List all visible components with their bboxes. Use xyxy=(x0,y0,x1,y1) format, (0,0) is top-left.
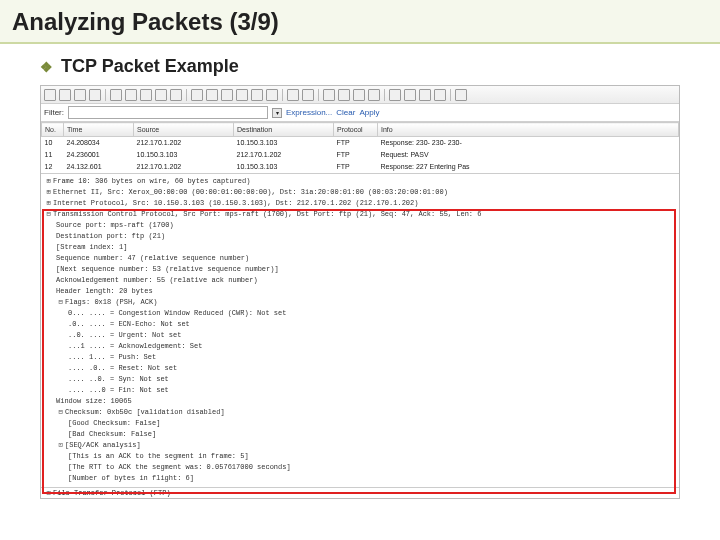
checksum-bad[interactable]: [Bad Checksum: False] xyxy=(44,429,676,440)
tcp-dst-port[interactable]: Destination port: ftp (21) xyxy=(44,231,676,242)
table-row[interactable]: 11 24.236001 10.150.3.103 212.170.1.202 … xyxy=(42,149,679,161)
apply-button[interactable]: Apply xyxy=(359,108,379,117)
table-row[interactable]: 12 24.132.601 212.170.1.202 10.150.3.103… xyxy=(42,161,679,173)
cell-no: 12 xyxy=(42,161,64,173)
tb-sep xyxy=(282,89,283,101)
toolbar xyxy=(41,86,679,104)
tb-help-icon[interactable] xyxy=(455,89,467,101)
expand-icon[interactable]: ⊞ xyxy=(44,187,53,198)
tb-open-icon[interactable] xyxy=(110,89,122,101)
table-row[interactable]: 10 24.208034 212.170.1.202 10.150.3.103 … xyxy=(42,137,679,149)
tb-resize-icon[interactable] xyxy=(368,89,380,101)
seq-ack-node[interactable]: ⊡[SEQ/ACK analysis] xyxy=(44,440,676,451)
seqack-summary-text: [SEQ/ACK analysis] xyxy=(65,441,141,449)
tcp-checksum-node[interactable]: ⊟Checksum: 0xb50c [validation disabled] xyxy=(44,407,676,418)
eth-text: Ethernet II, Src: Xerox_00:00:00 (00:00:… xyxy=(53,188,448,196)
tb-autoscroll-icon[interactable] xyxy=(302,89,314,101)
tb-prefs-icon[interactable] xyxy=(434,89,446,101)
tcp-hdr-len[interactable]: Header length: 20 bytes xyxy=(44,286,676,297)
packet-list-table[interactable]: No. Time Source Destination Protocol Inf… xyxy=(41,122,679,173)
flag-fin[interactable]: .... ...0 = Fin: Not set xyxy=(44,385,676,396)
cell-source: 10.150.3.103 xyxy=(134,149,234,161)
tb-fwd-icon[interactable] xyxy=(221,89,233,101)
ethernet-node[interactable]: ⊞Ethernet II, Src: Xerox_00:00:00 (00:00… xyxy=(44,187,676,198)
seqack-ackto[interactable]: [This is an ACK to the segment in frame:… xyxy=(44,451,676,462)
tcp-window[interactable]: Window size: 10065 xyxy=(44,396,676,407)
collapse-icon[interactable]: ⊟ xyxy=(44,209,53,220)
tb-stop-icon[interactable] xyxy=(89,89,101,101)
clear-button[interactable]: Clear xyxy=(336,108,355,117)
table-header-row: No. Time Source Destination Protocol Inf… xyxy=(42,123,679,137)
flag-ack[interactable]: ...1 .... = Acknowledgement: Set xyxy=(44,341,676,352)
flag-psh[interactable]: .... 1... = Push: Set xyxy=(44,352,676,363)
tb-options-icon[interactable] xyxy=(59,89,71,101)
flag-rst[interactable]: .... .0.. = Reset: Not set xyxy=(44,363,676,374)
slide-title: Analyzing Packets (3/9) xyxy=(0,0,720,44)
packet-details-pane[interactable]: ⊞Frame 10: 306 bytes on wire, 60 bytes c… xyxy=(41,173,679,487)
filter-dropdown-icon[interactable]: ▾ xyxy=(272,108,282,118)
seqack-bytes[interactable]: [Number of bytes in flight: 6] xyxy=(44,473,676,484)
tcp-flags-node[interactable]: ⊟Flags: 0x18 (PSH, ACK) xyxy=(44,297,676,308)
tb-save-icon[interactable] xyxy=(125,89,137,101)
col-no[interactable]: No. xyxy=(42,123,64,137)
cell-no: 10 xyxy=(42,137,64,149)
tb-zoomin-icon[interactable] xyxy=(323,89,335,101)
tb-first-icon[interactable] xyxy=(251,89,263,101)
collapse-icon[interactable]: ⊟ xyxy=(56,407,65,418)
tb-back-icon[interactable] xyxy=(206,89,218,101)
tb-start-icon[interactable] xyxy=(74,89,86,101)
cell-destination: 10.150.3.103 xyxy=(234,137,334,149)
collapse-icon[interactable]: ⊡ xyxy=(56,440,65,451)
frame-node[interactable]: ⊞Frame 10: 306 bytes on wire, 60 bytes c… xyxy=(44,176,676,187)
col-time[interactable]: Time xyxy=(64,123,134,137)
cell-protocol: FTP xyxy=(334,149,378,161)
tb-sep xyxy=(384,89,385,101)
col-source[interactable]: Source xyxy=(134,123,234,137)
filter-input[interactable] xyxy=(68,106,268,119)
tb-reload-icon[interactable] xyxy=(155,89,167,101)
tcp-stream[interactable]: [Stream index: 1] xyxy=(44,242,676,253)
flag-cwr[interactable]: 0... .... = Congestion Window Reduced (C… xyxy=(44,308,676,319)
flag-ecn[interactable]: .0.. .... = ECN-Echo: Not set xyxy=(44,319,676,330)
cell-time: 24.208034 xyxy=(64,137,134,149)
tb-close-icon[interactable] xyxy=(140,89,152,101)
tb-zoom100-icon[interactable] xyxy=(353,89,365,101)
tb-sep xyxy=(318,89,319,101)
tb-sep xyxy=(105,89,106,101)
seqack-rtt[interactable]: [The RTT to ACK the segment was: 0.05761… xyxy=(44,462,676,473)
tb-print-icon[interactable] xyxy=(170,89,182,101)
col-info[interactable]: Info xyxy=(378,123,679,137)
tb-dispfilter-icon[interactable] xyxy=(404,89,416,101)
tb-find-icon[interactable] xyxy=(191,89,203,101)
tb-last-icon[interactable] xyxy=(266,89,278,101)
cell-destination: 212.170.1.202 xyxy=(234,149,334,161)
collapse-icon[interactable]: ⊟ xyxy=(56,297,65,308)
tb-zoomout-icon[interactable] xyxy=(338,89,350,101)
slide-subtitle: ❖TCP Packet Example xyxy=(0,44,720,83)
expand-icon[interactable]: ⊞ xyxy=(44,176,53,187)
tcp-seq[interactable]: Sequence number: 47 (relative sequence n… xyxy=(44,253,676,264)
ip-node[interactable]: ⊞Internet Protocol, Src: 10.150.3.103 (1… xyxy=(44,198,676,209)
ftp-text: File Transfer Protocol (FTP) xyxy=(53,489,171,497)
expression-button[interactable]: Expression... xyxy=(286,108,332,117)
flag-syn[interactable]: .... ..0. = Syn: Not set xyxy=(44,374,676,385)
tb-capfilter-icon[interactable] xyxy=(389,89,401,101)
tb-goto-icon[interactable] xyxy=(236,89,248,101)
expand-icon[interactable]: ⊞ xyxy=(44,198,53,209)
tcp-src-port[interactable]: Source port: mps-raft (1700) xyxy=(44,220,676,231)
col-protocol[interactable]: Protocol xyxy=(334,123,378,137)
tcp-node[interactable]: ⊟Transmission Control Protocol, Src Port… xyxy=(44,209,676,220)
tcp-next-seq[interactable]: [Next sequence number: 53 (relative sequ… xyxy=(44,264,676,275)
tb-sep xyxy=(186,89,187,101)
expand-icon[interactable]: ⊞ xyxy=(44,489,53,497)
wireshark-window: Filter: ▾ Expression... Clear Apply No. … xyxy=(40,85,680,499)
tb-colorize-icon[interactable] xyxy=(287,89,299,101)
tcp-ack[interactable]: Acknowledgement number: 55 (relative ack… xyxy=(44,275,676,286)
col-destination[interactable]: Destination xyxy=(234,123,334,137)
tb-coloring-icon[interactable] xyxy=(419,89,431,101)
checksum-good[interactable]: [Good Checksum: False] xyxy=(44,418,676,429)
ftp-node[interactable]: ⊞File Transfer Protocol (FTP) xyxy=(41,487,679,498)
flag-urg[interactable]: ..0. .... = Urgent: Not set xyxy=(44,330,676,341)
tb-interfaces-icon[interactable] xyxy=(44,89,56,101)
bullet-icon: ❖ xyxy=(40,59,53,75)
